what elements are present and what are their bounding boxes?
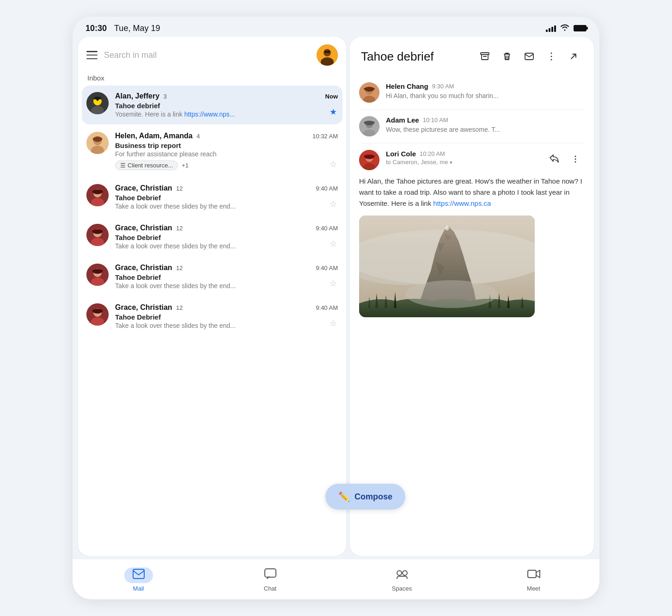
email-preview-6: Take a look over these slides by the end…	[115, 322, 338, 329]
email-list: Alan, Jeffery 3 Now Tahoe debrief Yosemi…	[78, 86, 346, 556]
email-sender-4: Grace, Christian	[115, 224, 172, 232]
star-icon-5[interactable]: ☆	[330, 278, 337, 289]
email-item-1[interactable]: Alan, Jeffery 3 Now Tahoe debrief Yosemi…	[82, 86, 342, 124]
svg-point-47	[403, 571, 407, 575]
nav-item-meet[interactable]: Meet	[515, 567, 552, 592]
svg-point-1	[324, 49, 331, 56]
nav-item-spaces[interactable]: Spaces	[384, 567, 421, 592]
email-subject-3: Tahoe Debrief	[115, 194, 338, 202]
email-time-4: 9:40 AM	[316, 225, 338, 232]
nav-item-mail[interactable]: Mail	[120, 567, 157, 592]
star-icon-1[interactable]: ★	[330, 107, 337, 117]
yosemite-image	[359, 216, 535, 317]
expanded-actions	[545, 150, 585, 168]
yosemite-link[interactable]: https://www.nps.ca	[433, 199, 491, 207]
msg-sender-helen: Helen Chang	[386, 82, 428, 90]
star-icon-2[interactable]: ☆	[330, 159, 337, 169]
email-sender-1: Alan, Jeffery	[115, 92, 159, 100]
svg-rect-45	[265, 569, 276, 577]
search-bar[interactable]: Search in mail	[78, 37, 346, 72]
header-actions	[476, 47, 583, 66]
msg-time-lori: 10:20 AM	[420, 150, 445, 157]
compose-label: Compose	[354, 492, 392, 502]
email-item-3[interactable]: Grace, Christian 12 9:40 AM Tahoe Debrie…	[82, 178, 342, 216]
left-panel: Search in mail Inbox	[78, 37, 346, 556]
email-sender-3: Grace, Christian	[115, 184, 172, 192]
msg-content-adam: Adam Lee 10:10 AM Wow, these picturese a…	[386, 116, 585, 133]
hamburger-icon[interactable]	[86, 51, 98, 59]
msg-time-helen: 9:30 AM	[432, 83, 454, 90]
email-preview-3: Take a look over these slides by the end…	[115, 203, 338, 210]
email-subject-4: Tahoe Debrief	[115, 234, 338, 241]
email-item-4[interactable]: Grace, Christian 12 9:40 AM Tahoe Debrie…	[82, 217, 342, 256]
svg-point-39	[575, 161, 576, 163]
more-button[interactable]	[542, 47, 561, 66]
msg-content-helen: Helen Chang 9:30 AM Hi Alan, thank you s…	[386, 82, 585, 99]
email-item-5[interactable]: Grace, Christian 12 9:40 AM Tahoe Debrie…	[82, 257, 342, 296]
archive-button[interactable]	[476, 47, 494, 66]
msg-to-lori[interactable]: to Cameron, Jesse, me ▾	[386, 159, 538, 166]
email-item-2[interactable]: Helen, Adam, Amanda 4 10:32 AM Business …	[82, 125, 342, 177]
battery-icon	[574, 25, 586, 31]
email-preview-4: Take a look over these slides by the end…	[115, 242, 338, 250]
nav-label-spaces: Spaces	[392, 585, 412, 592]
nav-label-meet: Meet	[527, 585, 540, 592]
inbox-label: Inbox	[78, 72, 346, 86]
svg-rect-23	[481, 53, 489, 55]
email-subject-2: Business trip report	[115, 142, 338, 149]
svg-rect-48	[528, 570, 536, 578]
avatar-helen-list	[86, 132, 109, 154]
email-subject-5: Tahoe Debrief	[115, 273, 338, 281]
expand-button[interactable]	[564, 47, 583, 66]
status-date: Tue, May 19	[114, 24, 160, 33]
avatar-grace-5	[86, 264, 109, 286]
search-input[interactable]: Search in mail	[104, 50, 310, 60]
avatar-grace-3	[86, 184, 109, 206]
svg-rect-44	[133, 569, 144, 579]
delete-button[interactable]	[498, 47, 516, 66]
email-subject-6: Tahoe Debrief	[115, 313, 338, 321]
expanded-meta: Lori Cole 10:20 AM to Cameron, Jesse, me…	[386, 150, 538, 166]
star-icon-3[interactable]: ☆	[330, 199, 337, 209]
msg-sender-adam: Adam Lee	[386, 116, 419, 124]
nav-mail-bg	[124, 567, 153, 583]
email-time-1: Now	[325, 93, 338, 100]
email-sender-2: Helen, Adam, Amanda	[115, 132, 193, 140]
avatar-lori-msg	[359, 150, 379, 170]
email-item-6[interactable]: Grace, Christian 12 9:40 AM Tahoe Debrie…	[82, 297, 342, 336]
star-icon-4[interactable]: ☆	[330, 239, 337, 249]
nav-label-chat: Chat	[264, 585, 276, 592]
reply-button[interactable]	[545, 150, 563, 168]
avatar-adam-msg	[359, 116, 379, 136]
avatar-grace-4	[86, 224, 109, 246]
email-button[interactable]	[520, 47, 538, 66]
spaces-icon	[396, 568, 409, 582]
nav-item-chat[interactable]: Chat	[252, 567, 289, 592]
svg-point-4	[327, 50, 330, 53]
email-time-5: 9:40 AM	[316, 265, 338, 271]
chat-icon	[264, 568, 276, 582]
tag-client-resource[interactable]: ☰ Client resource...	[115, 160, 178, 170]
message-adam[interactable]: Adam Lee 10:10 AM Wow, these picturese a…	[359, 110, 585, 143]
expanded-body: Hi Alan, the Tahoe pictures are great. H…	[359, 176, 585, 209]
compose-icon: ✏️	[338, 491, 350, 502]
email-preview-5: Take a look over these slides by the end…	[115, 282, 338, 290]
more-expanded-button[interactable]	[566, 150, 585, 168]
user-avatar[interactable]	[317, 44, 338, 66]
compose-button[interactable]: ✏️ Compose	[325, 484, 405, 510]
meet-icon	[527, 569, 540, 582]
nav-label-mail: Mail	[133, 585, 144, 592]
tag-plus[interactable]: +1	[182, 162, 189, 169]
avatar-grace-6	[86, 303, 109, 326]
status-icons	[546, 24, 586, 33]
svg-point-26	[551, 56, 552, 57]
svg-point-3	[324, 50, 327, 53]
svg-point-46	[397, 571, 402, 575]
svg-point-25	[551, 53, 552, 54]
star-icon-6[interactable]: ☆	[330, 318, 337, 328]
email-time-6: 9:40 AM	[316, 304, 338, 311]
message-helen[interactable]: Helen Chang 9:30 AM Hi Alan, thank you s…	[359, 76, 585, 110]
message-lori: Lori Cole 10:20 AM to Cameron, Jesse, me…	[359, 143, 585, 317]
email-preview-1: Yosemite. Here is a link https://www.nps…	[115, 111, 338, 118]
msg-sender-lori: Lori Cole	[386, 150, 416, 158]
